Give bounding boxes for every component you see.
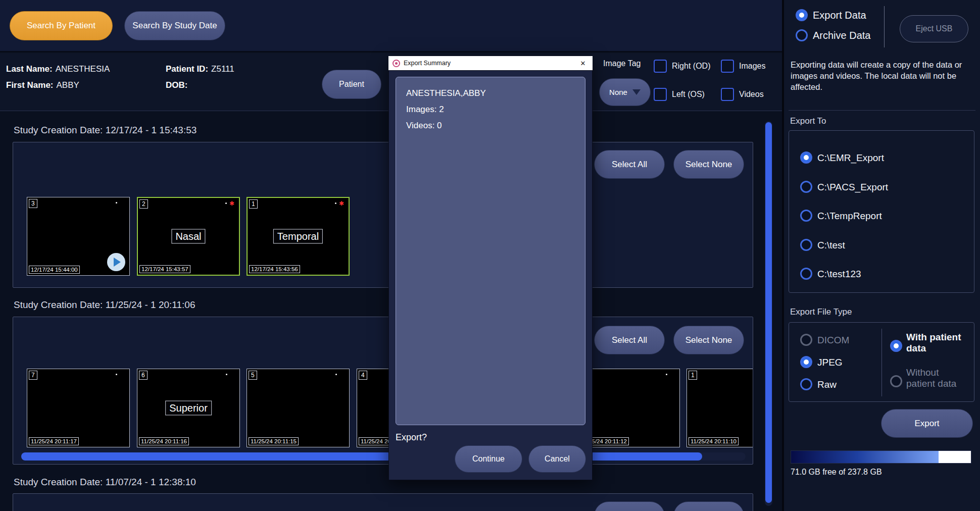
filetype-label: JPEG xyxy=(817,357,843,368)
flag-asterisk-icon: ✱ xyxy=(229,200,234,207)
checkbox-right-od-label: Right (OD) xyxy=(672,62,710,71)
patient-id-label: Patient ID: xyxy=(166,64,208,74)
image-tag-label: Image Tag xyxy=(603,59,641,68)
select-all-button-2[interactable]: Select All xyxy=(594,326,665,354)
checkbox-videos[interactable] xyxy=(721,88,734,101)
image-tag-filter-dropdown[interactable]: None xyxy=(599,78,651,106)
thumbnail-position-label: Superior xyxy=(165,401,212,416)
radio-with-patient-data[interactable] xyxy=(890,340,902,352)
radio-dest-emr-export[interactable] xyxy=(800,151,812,164)
chevron-down-icon xyxy=(632,89,641,95)
search-by-patient-button[interactable]: Search By Patient xyxy=(10,11,113,40)
alignment-dot-icon xyxy=(335,202,336,204)
study-header-2: Study Creation Date: 11/25/24 - 1 20:11:… xyxy=(14,299,195,311)
horizontal-scrollbar[interactable] xyxy=(21,452,746,461)
thumbnail-timestamp: 12/17/24 15:43:57 xyxy=(139,265,190,273)
thumbnail-number: 4 xyxy=(359,371,367,380)
first-name-line: First Name:ABBY xyxy=(6,80,79,90)
select-all-button-1[interactable]: Select All xyxy=(594,150,665,179)
radio-filetype-raw[interactable] xyxy=(800,378,812,390)
thumbnail-number: 1 xyxy=(689,371,697,380)
thumbnail-position-label: Temporal xyxy=(273,229,323,244)
vertical-scrollbar-thumb[interactable] xyxy=(765,122,772,503)
search-by-study-date-button[interactable]: Search By Study Date xyxy=(124,11,225,40)
radio-dest-tempreport[interactable] xyxy=(800,210,812,222)
select-all-button-3[interactable]: Select All xyxy=(594,501,665,511)
thumbnail-superior[interactable]: 6 Superior 11/25/24 20:11:16 xyxy=(137,369,240,447)
dialog-title: Export Summary xyxy=(404,60,451,67)
checkbox-left-os[interactable] xyxy=(654,88,667,101)
alignment-dot-icon xyxy=(666,374,667,375)
close-icon[interactable]: ✕ xyxy=(577,60,589,67)
storage-text: 71.0 GB free of 237.8 GB xyxy=(791,468,882,477)
select-none-button-3[interactable]: Select None xyxy=(673,501,744,511)
eject-usb-button[interactable]: Eject USB xyxy=(900,15,968,42)
patient-button[interactable]: Patient xyxy=(322,70,381,99)
thumbnail[interactable]: 5 11/25/24 20:11:15 xyxy=(247,369,350,447)
cancel-button[interactable]: Cancel xyxy=(528,445,586,473)
thumbnail-timestamp: 11/25/24 20:11:15 xyxy=(249,437,299,445)
radio-export-data[interactable] xyxy=(796,9,808,21)
thumbnail-video[interactable]: 3 12/17/24 15:44:00 xyxy=(27,197,130,276)
play-icon[interactable] xyxy=(107,253,125,271)
radio-filetype-jpeg[interactable] xyxy=(800,356,812,368)
thumbnail-timestamp: 11/25/24 20:11:10 xyxy=(689,437,739,445)
dest-label: C:\PACS_Export xyxy=(817,182,888,193)
vertical-scrollbar[interactable] xyxy=(765,121,772,506)
summary-videos-count: Videos: 0 xyxy=(406,121,575,131)
dest-label: C:\test123 xyxy=(817,269,861,280)
study-header-1: Study Creation Date: 12/17/24 - 1 15:43:… xyxy=(14,125,197,136)
search-mode-bar: Search By Patient Search By Study Date xyxy=(0,0,782,52)
divider xyxy=(789,110,975,111)
thumbnail-number: 2 xyxy=(139,199,148,209)
dob-line: DOB: xyxy=(166,80,190,90)
horizontal-scrollbar-thumb[interactable] xyxy=(21,452,702,461)
export-summary-dialog: Export Summary ✕ ANESTHESIA,ABBY Images:… xyxy=(388,56,593,480)
thumbnail-timestamp: 11/25/24 20:11:17 xyxy=(29,437,79,445)
thumbnail[interactable]: 1 11/25/24 20:11:10 xyxy=(687,369,753,447)
study-section-3: Select All Select None xyxy=(13,493,753,511)
patient-id-value: Z5111 xyxy=(211,64,234,74)
radio-filetype-dicom[interactable] xyxy=(800,334,812,346)
radio-dest-pacs-export[interactable] xyxy=(800,181,812,193)
dialog-body: ANESTHESIA,ABBY Images: 2 Videos: 0 Expo… xyxy=(388,70,593,480)
export-file-type-box: DICOM JPEG Raw With patient data Without… xyxy=(789,322,974,402)
checkbox-right-od[interactable] xyxy=(654,60,667,73)
last-name-value: ANESTHESIA xyxy=(56,64,110,74)
thumbnail-position-label: Nasal xyxy=(171,229,205,244)
thumbnail[interactable]: 7 11/25/24 20:11:17 xyxy=(27,369,130,447)
thumbnail-timestamp: 12/17/24 15:43:56 xyxy=(249,265,300,273)
thumbnail-number: 5 xyxy=(249,371,257,380)
select-none-button-2[interactable]: Select None xyxy=(673,326,744,354)
first-name-value: ABBY xyxy=(57,80,79,90)
study-section-1: Select All Select None 3 12/17/24 15:44:… xyxy=(13,142,753,288)
export-file-type-label: Export File Type xyxy=(790,307,852,317)
radio-export-data-label: Export Data xyxy=(813,10,866,21)
last-name-label: Last Name: xyxy=(6,64,53,74)
select-none-button-1[interactable]: Select None xyxy=(673,150,744,179)
divider xyxy=(881,329,882,396)
alignment-dot-icon xyxy=(226,374,227,375)
radio-dest-test123[interactable] xyxy=(800,268,812,280)
radio-archive-data[interactable] xyxy=(796,29,808,41)
checkbox-left-os-label: Left (OS) xyxy=(672,90,705,99)
thumbnail-temporal[interactable]: 1 ✱ Temporal 12/17/24 15:43:56 xyxy=(247,197,350,276)
radio-dest-test[interactable] xyxy=(800,239,812,251)
checkbox-images[interactable] xyxy=(721,60,734,73)
disk-usage-bar xyxy=(791,450,971,464)
dest-label: C:\EMR_Export xyxy=(817,152,884,164)
thumbnail-nasal[interactable]: 2 ✱ Nasal 12/17/24 15:43:57 xyxy=(137,197,240,276)
flag-asterisk-icon: ✱ xyxy=(339,200,344,207)
thumbnail-timestamp: 12/17/24 15:44:00 xyxy=(29,266,80,274)
continue-button[interactable]: Continue xyxy=(455,445,522,473)
last-name-line: Last Name:ANESTHESIA xyxy=(6,64,110,74)
thumbnail-number: 6 xyxy=(139,371,148,380)
radio-without-patient-data[interactable] xyxy=(890,375,902,387)
filetype-label: DICOM xyxy=(817,335,849,346)
patient-data-option-label: With patient data xyxy=(906,332,969,354)
export-button[interactable]: Export xyxy=(881,409,973,438)
dialog-titlebar[interactable]: Export Summary ✕ xyxy=(388,56,593,70)
patient-id-line: Patient ID:Z5111 xyxy=(166,64,234,74)
divider xyxy=(884,6,885,47)
image-tag-filter-value: None xyxy=(609,88,627,96)
